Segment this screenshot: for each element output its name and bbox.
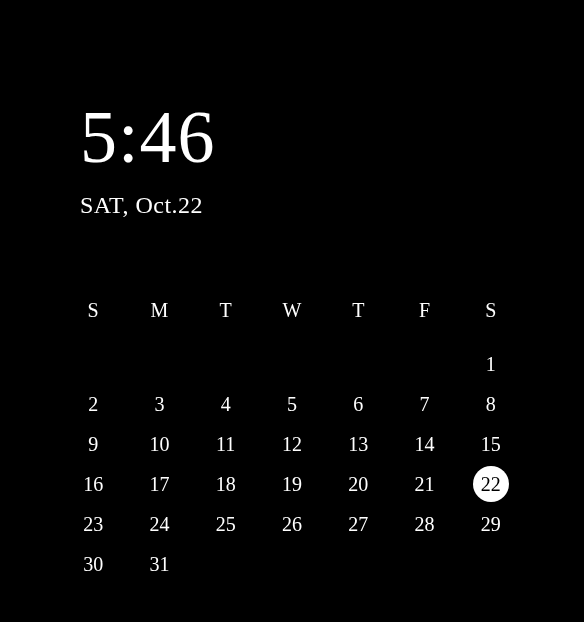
calendar-day-number: 9 [88, 433, 98, 456]
calendar-day-cell-today[interactable]: 22 [458, 464, 524, 504]
calendar-day-number: 13 [348, 433, 368, 456]
widget-container: 5:46 SAT, Oct.22 SMTWTFS0000001234567891… [0, 0, 584, 584]
calendar-header-day: F [391, 299, 457, 344]
calendar-day-cell[interactable]: 1 [458, 344, 524, 384]
clock-section: 5:46 SAT, Oct.22 [60, 0, 524, 219]
calendar-day-number: 22 [473, 466, 509, 502]
calendar-day-number: 3 [154, 393, 164, 416]
calendar-day-number: 1 [486, 353, 496, 376]
calendar-day-cell[interactable]: 4 [193, 384, 259, 424]
calendar-day-cell[interactable]: 18 [193, 464, 259, 504]
calendar-day-cell[interactable]: 14 [391, 424, 457, 464]
calendar-day-cell[interactable]: 6 [325, 384, 391, 424]
date-display: SAT, Oct.22 [80, 192, 524, 219]
calendar-day-cell[interactable]: 12 [259, 424, 325, 464]
calendar-day-number: 25 [216, 513, 236, 536]
calendar-day-cell[interactable]: 17 [126, 464, 192, 504]
calendar-day-number: 7 [420, 393, 430, 416]
calendar-day-number: 31 [149, 553, 169, 576]
calendar-day-cell[interactable]: 27 [325, 504, 391, 544]
calendar-day-cell[interactable]: 28 [391, 504, 457, 544]
calendar-day-cell[interactable]: 9 [60, 424, 126, 464]
calendar-day-cell[interactable]: 24 [126, 504, 192, 544]
calendar-header-day: T [193, 299, 259, 344]
calendar-day-number: 28 [415, 513, 435, 536]
calendar-day-number: 11 [216, 433, 235, 456]
calendar-day-number: 19 [282, 473, 302, 496]
calendar-day-number: 24 [149, 513, 169, 536]
calendar-header-day: S [60, 299, 126, 344]
calendar-day-number: 26 [282, 513, 302, 536]
calendar-day-number: 10 [149, 433, 169, 456]
calendar-day-cell[interactable]: 5 [259, 384, 325, 424]
calendar-day-cell[interactable]: 7 [391, 384, 457, 424]
calendar: SMTWTFS000000123456789101112131415161718… [60, 299, 524, 584]
calendar-header-day: W [259, 299, 325, 344]
calendar-day-cell[interactable]: 15 [458, 424, 524, 464]
time-display: 5:46 [80, 100, 524, 174]
calendar-day-number: 12 [282, 433, 302, 456]
calendar-day-cell[interactable]: 13 [325, 424, 391, 464]
calendar-day-number: 8 [486, 393, 496, 416]
calendar-day-cell[interactable]: 16 [60, 464, 126, 504]
calendar-day-number: 6 [353, 393, 363, 416]
calendar-day-number: 2 [88, 393, 98, 416]
calendar-day-cell[interactable]: 30 [60, 544, 126, 584]
calendar-day-number: 21 [415, 473, 435, 496]
calendar-day-cell[interactable]: 26 [259, 504, 325, 544]
calendar-day-cell[interactable]: 3 [126, 384, 192, 424]
calendar-day-number: 16 [83, 473, 103, 496]
calendar-grid: SMTWTFS000000123456789101112131415161718… [60, 299, 524, 584]
calendar-header-day: M [126, 299, 192, 344]
calendar-day-cell[interactable]: 11 [193, 424, 259, 464]
calendar-day-number: 14 [415, 433, 435, 456]
calendar-day-number: 20 [348, 473, 368, 496]
calendar-day-number: 5 [287, 393, 297, 416]
calendar-day-cell[interactable]: 2 [60, 384, 126, 424]
calendar-day-cell[interactable]: 20 [325, 464, 391, 504]
calendar-day-number: 23 [83, 513, 103, 536]
calendar-day-cell[interactable]: 10 [126, 424, 192, 464]
calendar-day-number: 15 [481, 433, 501, 456]
calendar-day-number: 29 [481, 513, 501, 536]
calendar-day-number: 17 [149, 473, 169, 496]
calendar-day-cell[interactable]: 29 [458, 504, 524, 544]
calendar-day-cell[interactable]: 19 [259, 464, 325, 504]
calendar-day-cell[interactable]: 31 [126, 544, 192, 584]
calendar-day-number: 18 [216, 473, 236, 496]
calendar-day-number: 4 [221, 393, 231, 416]
calendar-header-day: T [325, 299, 391, 344]
calendar-header-day: S [458, 299, 524, 344]
calendar-day-cell[interactable]: 25 [193, 504, 259, 544]
calendar-day-cell[interactable]: 23 [60, 504, 126, 544]
calendar-day-cell[interactable]: 21 [391, 464, 457, 504]
calendar-day-cell[interactable]: 8 [458, 384, 524, 424]
calendar-day-number: 30 [83, 553, 103, 576]
calendar-day-number: 27 [348, 513, 368, 536]
